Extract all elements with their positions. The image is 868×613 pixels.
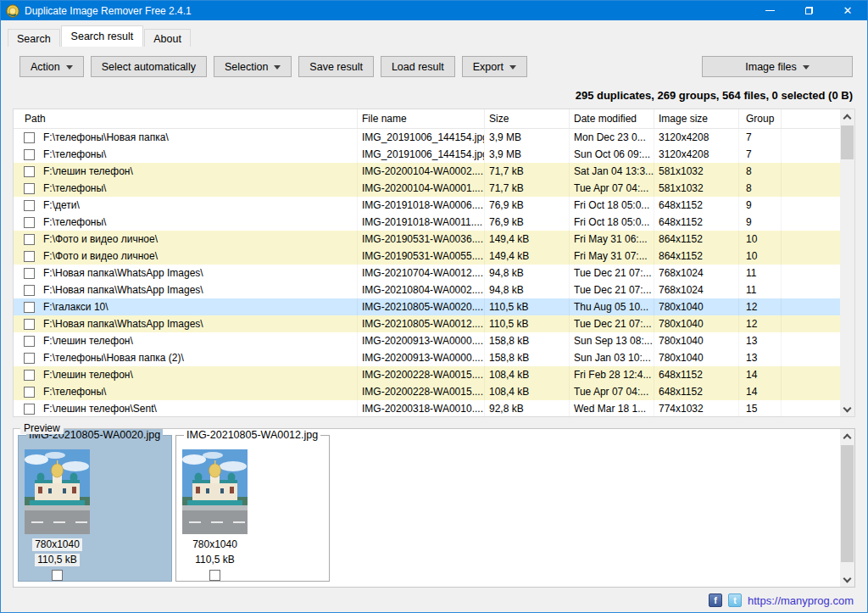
table-row[interactable]: F:\дети\ IMG-20191018-WA0006.... 76,9 kB… (14, 197, 840, 214)
app-icon (6, 4, 19, 18)
select-automatically-button[interactable]: Select automatically (91, 56, 207, 77)
row-checkbox[interactable] (24, 285, 35, 296)
action-button[interactable]: Action (19, 56, 84, 77)
row-image-size: 648x1152 (654, 383, 739, 400)
row-group: 12 (739, 315, 782, 332)
table-row[interactable]: F:\Новая папка\WhatsApp Images\ IMG-2021… (14, 265, 840, 281)
table-row[interactable]: F:\Новая папка\WhatsApp Images\ IMG-2021… (14, 281, 840, 298)
row-date-modified: Fri Feb 28 12:4... (570, 366, 654, 383)
row-date-modified: Sat Jan 04 13:3... (570, 163, 654, 180)
row-group: 11 (739, 281, 782, 298)
row-checkbox[interactable] (24, 183, 35, 194)
dropdown-arrow-icon (274, 65, 281, 70)
table-row[interactable]: F:\галакси 10\ IMG-20210805-WA0020.... 1… (14, 298, 840, 315)
scroll-down-button[interactable] (840, 572, 854, 587)
row-checkbox[interactable] (24, 149, 35, 160)
export-button[interactable]: Export (462, 56, 527, 77)
row-size: 76,9 kB (485, 214, 570, 231)
tab-search[interactable]: Search (8, 29, 60, 47)
table-row[interactable]: F:\лешин телефон\ IMG-20200104-WA0002...… (14, 163, 840, 180)
row-image-size: 780x1040 (654, 298, 739, 315)
row-file-name: IMG-20190531-WA0055.... (358, 248, 485, 265)
toolbar: Action Select automatically Selection Sa… (19, 56, 527, 77)
row-checkbox[interactable] (24, 336, 35, 347)
preview-thumbnail[interactable] (182, 449, 248, 534)
selection-button[interactable]: Selection (214, 56, 292, 77)
row-checkbox[interactable] (24, 319, 35, 330)
row-checkbox[interactable] (24, 200, 35, 211)
row-checkbox[interactable] (24, 404, 35, 415)
row-group: 10 (739, 248, 782, 265)
scroll-up-button[interactable] (840, 109, 854, 124)
row-checkbox[interactable] (24, 268, 35, 279)
row-group: 9 (739, 214, 782, 231)
table-row[interactable]: F:\телефоны\ IMG-20200228-WA0015.... 108… (14, 383, 840, 400)
column-header-date-modified[interactable]: Date modified (570, 109, 654, 128)
column-header-image-size[interactable]: Image size (654, 109, 739, 128)
column-header-path[interactable]: Path (14, 109, 358, 128)
window-title: Duplicate Image Remover Free 2.4.1 (25, 5, 192, 17)
preview-thumbnail[interactable] (25, 449, 90, 534)
tab-search-result[interactable]: Search result (61, 25, 144, 47)
preview-checkbox[interactable] (209, 570, 220, 581)
restore-button[interactable] (789, 1, 828, 20)
table-row[interactable]: F:\Фото и видео личное\ IMG-20190531-WA0… (14, 231, 840, 248)
button-label: Select automatically (102, 61, 196, 73)
row-image-size: 768x1024 (654, 265, 739, 281)
manyprog-link[interactable]: https://manyprog.com (748, 594, 854, 607)
scroll-up-button[interactable] (840, 429, 854, 443)
table-vertical-scrollbar[interactable] (840, 109, 854, 416)
dropdown-arrow-icon (803, 65, 810, 70)
table-row[interactable]: F:\телефоны\ IMG_20191006_144154.jpg 3,9… (14, 146, 840, 163)
table-row[interactable]: F:\Фото и видео личное\ IMG-20190531-WA0… (14, 248, 840, 265)
row-checkbox[interactable] (24, 217, 35, 228)
scrollbar-thumb[interactable] (841, 125, 854, 159)
row-image-size: 774x1032 (654, 400, 739, 416)
table-row[interactable]: F:\лешин телефон\ IMG-20200228-WA0015...… (14, 366, 840, 383)
scroll-down-button[interactable] (840, 402, 854, 416)
twitter-icon[interactable]: t (728, 593, 742, 607)
preview-vertical-scrollbar[interactable] (840, 429, 854, 587)
row-checkbox[interactable] (24, 251, 35, 262)
preview-card[interactable]: IMG-20210805-WA0020.jpg (18, 435, 172, 582)
column-header-group[interactable]: Group (739, 109, 782, 128)
load-result-button[interactable]: Load result (381, 56, 455, 77)
preview-card[interactable]: IMG-20210805-WA0012.jpg (175, 435, 330, 582)
column-header-filler (782, 109, 840, 128)
row-date-modified: Sun Sep 13 08:... (570, 332, 654, 349)
row-file-name: IMG-20190531-WA0036.... (358, 231, 485, 248)
row-checkbox[interactable] (24, 132, 35, 143)
table-row[interactable]: F:\телефоны\ IMG-20191018-WA0011.... 76,… (14, 214, 840, 231)
row-image-size: 648x1152 (654, 366, 739, 383)
preview-checkbox[interactable] (52, 570, 63, 581)
facebook-icon[interactable]: f (709, 593, 722, 607)
close-button[interactable]: ✕ (828, 1, 867, 20)
row-checkbox[interactable] (24, 353, 35, 364)
row-file-name: IMG-20191018-WA0006.... (358, 197, 485, 214)
tab-about[interactable]: About (144, 29, 191, 47)
table-row[interactable]: F:\лешин телефон\Sent\ IMG-20200318-WA00… (14, 400, 840, 416)
column-header-size[interactable]: Size (485, 109, 570, 128)
image-files-button[interactable]: Image files (702, 56, 853, 77)
save-result-button[interactable]: Save result (298, 56, 374, 77)
table-row[interactable]: F:\телефоны\Новая папка\ IMG_20191006_14… (14, 129, 840, 146)
row-checkbox[interactable] (24, 302, 35, 313)
table-row[interactable]: F:\Новая папка\WhatsApp Images\ IMG-2021… (14, 315, 840, 332)
table-row[interactable]: F:\телефоны\Новая папка (2)\ IMG-2020091… (14, 349, 840, 366)
row-checkbox[interactable] (24, 234, 35, 245)
scrollbar-thumb[interactable] (841, 445, 854, 562)
row-file-name: IMG-20200913-WA0000.... (358, 332, 485, 349)
row-file-name: IMG_20191006_144154.jpg (358, 146, 485, 163)
row-checkbox[interactable] (24, 370, 35, 381)
row-checkbox[interactable] (24, 387, 35, 398)
row-size: 108,4 kB (485, 366, 570, 383)
column-header-file-name[interactable]: File name (358, 109, 485, 128)
row-file-name: IMG-20200318-WA0010.... (358, 400, 485, 416)
row-path: F:\Новая папка\WhatsApp Images\ (43, 284, 203, 296)
row-checkbox[interactable] (24, 166, 35, 177)
table-row[interactable]: F:\лешин телефон\ IMG-20200913-WA0000...… (14, 332, 840, 349)
row-file-name: IMG-20191018-WA0011.... (358, 214, 485, 231)
minimize-icon (765, 10, 775, 11)
minimize-button[interactable] (750, 1, 789, 20)
table-row[interactable]: F:\телефоны\ IMG-20200104-WA0001.... 71,… (14, 180, 840, 197)
